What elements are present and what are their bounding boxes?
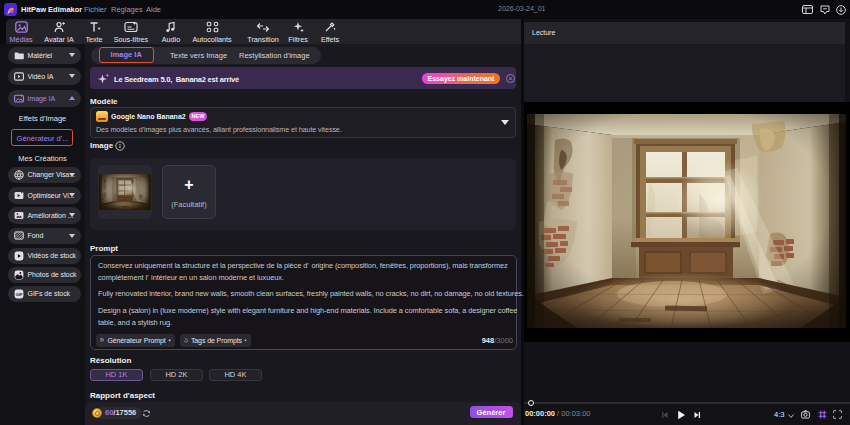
svg-text:GIF: GIF — [16, 292, 23, 297]
